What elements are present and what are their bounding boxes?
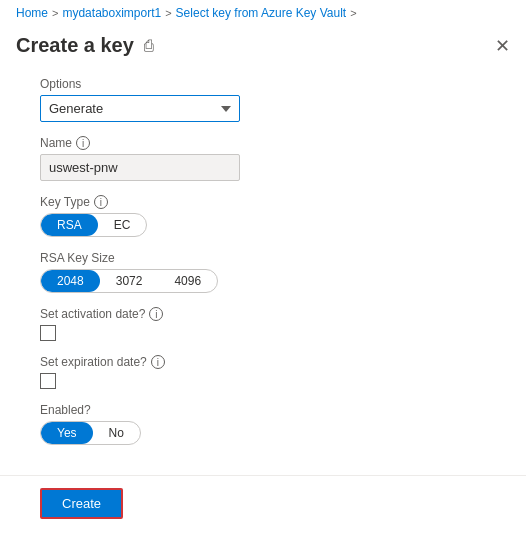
activation-info-icon[interactable]: i xyxy=(149,307,163,321)
close-icon[interactable]: ✕ xyxy=(495,35,510,57)
breadcrumb-home[interactable]: Home xyxy=(16,6,48,20)
expiration-label: Set expiration date? i xyxy=(40,355,486,369)
expiration-checkbox[interactable] xyxy=(40,373,56,389)
create-key-panel: Home > mydataboximport1 > Select key fro… xyxy=(0,0,526,534)
enabled-field-group: Enabled? Yes No xyxy=(40,403,486,445)
rsa-key-size-field-group: RSA Key Size 2048 3072 4096 xyxy=(40,251,486,293)
footer-area: Create xyxy=(0,475,526,534)
expiration-checkbox-row xyxy=(40,373,486,389)
name-info-icon[interactable]: i xyxy=(76,136,90,150)
activation-checkbox-row xyxy=(40,325,486,341)
breadcrumb-sep-3: > xyxy=(350,7,356,19)
options-select-wrapper: Generate Import Restore Backup xyxy=(40,95,240,122)
activation-label: Set activation date? i xyxy=(40,307,486,321)
enabled-toggle: Yes No xyxy=(40,421,141,445)
key-type-field-group: Key Type i RSA EC xyxy=(40,195,486,237)
name-input[interactable] xyxy=(40,154,240,181)
options-label: Options xyxy=(40,77,486,91)
rsa-key-size-label: RSA Key Size xyxy=(40,251,486,265)
breadcrumb-mydatabox[interactable]: mydataboximport1 xyxy=(62,6,161,20)
activation-checkbox[interactable] xyxy=(40,325,56,341)
create-button[interactable]: Create xyxy=(40,488,123,519)
breadcrumb-sep-1: > xyxy=(52,7,58,19)
panel-header: Create a key ⎙ ✕ xyxy=(0,26,526,61)
breadcrumb-sep-2: > xyxy=(165,7,171,19)
expiration-info-icon[interactable]: i xyxy=(151,355,165,369)
print-icon[interactable]: ⎙ xyxy=(144,37,154,55)
options-field-group: Options Generate Import Restore Backup xyxy=(40,77,486,122)
rsa-key-size-3072[interactable]: 3072 xyxy=(100,270,159,292)
enabled-label: Enabled? xyxy=(40,403,486,417)
page-title: Create a key xyxy=(16,34,134,57)
rsa-key-size-2048[interactable]: 2048 xyxy=(41,270,100,292)
enabled-yes[interactable]: Yes xyxy=(41,422,93,444)
key-type-ec[interactable]: EC xyxy=(98,214,147,236)
name-label: Name i xyxy=(40,136,486,150)
activation-field-group: Set activation date? i xyxy=(40,307,486,341)
key-type-label: Key Type i xyxy=(40,195,486,209)
form-area: Options Generate Import Restore Backup N… xyxy=(0,61,526,475)
rsa-key-size-toggle: 2048 3072 4096 xyxy=(40,269,218,293)
rsa-key-size-4096[interactable]: 4096 xyxy=(158,270,217,292)
breadcrumb: Home > mydataboximport1 > Select key fro… xyxy=(0,0,526,26)
enabled-no[interactable]: No xyxy=(93,422,140,444)
key-type-toggle: RSA EC xyxy=(40,213,147,237)
title-area: Create a key ⎙ xyxy=(16,34,154,57)
options-select[interactable]: Generate Import Restore Backup xyxy=(40,95,240,122)
expiration-field-group: Set expiration date? i xyxy=(40,355,486,389)
breadcrumb-selectkey[interactable]: Select key from Azure Key Vault xyxy=(176,6,347,20)
key-type-info-icon[interactable]: i xyxy=(94,195,108,209)
name-field-group: Name i xyxy=(40,136,486,181)
key-type-rsa[interactable]: RSA xyxy=(41,214,98,236)
